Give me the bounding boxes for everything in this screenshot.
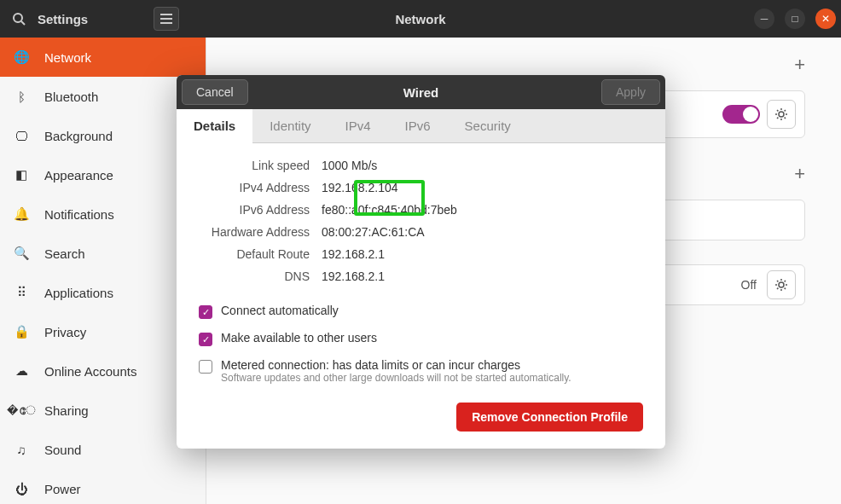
ipv6-value: fe80::a0f:c845:40bd:7beb <box>322 203 643 217</box>
connect-automatically-label: Connect automatically <box>221 304 339 317</box>
sidebar-item-sound[interactable]: ♫Sound <box>0 430 206 469</box>
link-speed-value: 1000 Mb/s <box>322 159 643 172</box>
bell-icon: 🔔 <box>14 206 29 222</box>
gear-icon <box>774 278 788 292</box>
available-other-users-label: Make available to other users <box>221 331 377 345</box>
svg-point-0 <box>14 14 22 22</box>
search-icon <box>12 12 26 26</box>
sidebar-item-appearance[interactable]: ◧Appearance <box>0 155 206 194</box>
page-title: Network <box>395 12 445 26</box>
dialog-body: Link speed 1000 Mb/s IPv4 Address 192.16… <box>177 143 665 449</box>
svg-line-1 <box>21 21 25 25</box>
add-wired-button[interactable]: + <box>794 54 805 76</box>
globe-icon: 🌐 <box>14 49 29 65</box>
sidebar-item-label: Online Accounts <box>44 364 136 379</box>
sidebar-item-bluetooth[interactable]: ᛒBluetooth <box>0 77 206 116</box>
sidebar-item-search[interactable]: 🔍Search <box>0 234 206 273</box>
search-icon: 🔍 <box>14 246 29 261</box>
sidebar-item-label: Network <box>44 50 91 65</box>
remove-connection-button[interactable]: Remove Connection Profile <box>456 403 643 432</box>
apply-button[interactable]: Apply <box>601 79 660 105</box>
tab-security[interactable]: Security <box>448 109 528 142</box>
dns-label: DNS <box>199 269 310 283</box>
appearance-icon: ◧ <box>14 167 29 182</box>
grid-icon: ⠿ <box>14 285 29 300</box>
dialog-header: Cancel Wired Apply <box>177 75 665 109</box>
sidebar-item-label: Sound <box>44 443 81 457</box>
lock-icon: 🔒 <box>14 324 29 339</box>
close-button[interactable]: ✕ <box>815 9 836 29</box>
sidebar-item-label: Privacy <box>44 325 86 339</box>
svg-point-5 <box>779 112 784 117</box>
ipv4-value: 192.168.2.104 <box>322 181 643 194</box>
route-label: Default Route <box>199 247 310 261</box>
sidebar-item-sharing[interactable]: �േSharing <box>0 391 206 430</box>
connect-automatically-row[interactable]: ✓ Connect automatically <box>199 304 643 319</box>
menu-button[interactable] <box>154 7 179 31</box>
metered-sublabel: Software updates and other large downloa… <box>221 372 571 384</box>
proxy-status: Off <box>741 278 757 292</box>
sidebar: 🌐Network ᛒBluetooth 🖵Background ◧Appeara… <box>0 38 206 504</box>
details-grid: Link speed 1000 Mb/s IPv4 Address 192.16… <box>199 159 643 283</box>
sidebar-item-label: Bluetooth <box>44 90 98 104</box>
sidebar-item-applications[interactable]: ⠿Applications› <box>0 273 206 312</box>
tab-ipv4[interactable]: IPv4 <box>328 109 388 142</box>
sidebar-item-label: Power <box>44 482 81 496</box>
dialog-title: Wired <box>403 85 439 100</box>
metered-label: Metered connection: has data limits or c… <box>221 358 571 372</box>
desktop-icon: 🖵 <box>14 129 29 143</box>
ipv6-label: IPv6 Address <box>199 203 310 217</box>
hw-value: 08:00:27:AC:61:CA <box>322 225 643 239</box>
svg-point-6 <box>779 282 784 287</box>
ipv4-label: IPv4 Address <box>199 181 310 194</box>
sidebar-item-online-accounts[interactable]: ☁Online Accounts <box>0 351 206 391</box>
checkbox-group: ✓ Connect automatically ✓ Make available… <box>199 304 643 384</box>
music-icon: ♫ <box>14 443 29 457</box>
sidebar-item-network[interactable]: 🌐Network <box>0 38 206 77</box>
connect-automatically-checkbox[interactable]: ✓ <box>199 305 212 319</box>
maximize-button[interactable]: □ <box>785 9 805 29</box>
wired-section-header: + <box>268 53 805 77</box>
add-vpn-button[interactable]: + <box>794 163 805 185</box>
hamburger-icon <box>160 14 172 24</box>
sidebar-item-label: Applications <box>44 286 113 300</box>
share-icon: �േ <box>14 403 29 418</box>
tab-ipv6[interactable]: IPv6 <box>388 109 448 142</box>
metered-row[interactable]: Metered connection: has data limits or c… <box>199 358 643 384</box>
metered-checkbox[interactable] <box>199 360 212 374</box>
available-other-users-checkbox[interactable]: ✓ <box>199 333 212 346</box>
wired-settings-button[interactable] <box>767 100 796 129</box>
power-icon: ⏻ <box>14 482 29 496</box>
search-button[interactable] <box>0 0 38 38</box>
proxy-settings-button[interactable] <box>767 270 796 299</box>
window-controls: ─ □ ✕ <box>754 9 836 29</box>
dns-value: 192.168.2.1 <box>322 269 643 283</box>
sidebar-item-notifications[interactable]: 🔔Notifications <box>0 194 206 234</box>
sidebar-item-privacy[interactable]: 🔒Privacy› <box>0 312 206 351</box>
cloud-icon: ☁ <box>14 363 29 379</box>
hw-label: Hardware Address <box>199 225 310 239</box>
sidebar-item-background[interactable]: 🖵Background <box>0 116 206 155</box>
gear-icon <box>774 107 788 121</box>
sidebar-item-label: Notifications <box>44 207 114 222</box>
tab-details[interactable]: Details <box>177 109 252 142</box>
sidebar-item-label: Sharing <box>44 403 89 418</box>
sidebar-item-power[interactable]: ⏻Power <box>0 469 206 504</box>
wired-toggle[interactable] <box>722 105 760 124</box>
app-title: Settings <box>38 12 154 26</box>
dialog-tabs: Details Identity IPv4 IPv6 Security <box>177 109 665 143</box>
minimize-button[interactable]: ─ <box>754 9 774 29</box>
cancel-button[interactable]: Cancel <box>182 79 248 105</box>
available-other-users-row[interactable]: ✓ Make available to other users <box>199 331 643 346</box>
route-value: 192.168.2.1 <box>322 247 643 261</box>
bluetooth-icon: ᛒ <box>14 90 29 104</box>
connection-dialog: Cancel Wired Apply Details Identity IPv4… <box>177 75 665 449</box>
tab-identity[interactable]: Identity <box>252 109 328 142</box>
link-speed-label: Link speed <box>199 159 310 172</box>
sidebar-item-label: Appearance <box>44 168 113 182</box>
sidebar-item-label: Background <box>44 129 113 143</box>
sidebar-item-label: Search <box>44 246 85 261</box>
titlebar: Settings Network ─ □ ✕ <box>0 0 841 38</box>
